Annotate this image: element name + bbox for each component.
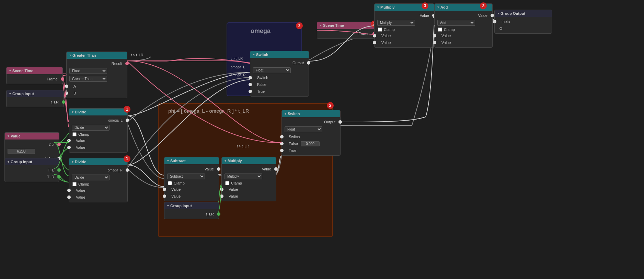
collapse-icon[interactable]: ▾ bbox=[320, 24, 322, 27]
badge-2-phi: 2 bbox=[327, 102, 334, 109]
divide-bottom-clamp-label: Clamp bbox=[78, 182, 89, 186]
subtract-output-socket bbox=[217, 167, 220, 171]
collapse-icon[interactable]: ▾ bbox=[437, 5, 439, 9]
collapse-icon[interactable]: ▾ bbox=[8, 160, 9, 164]
switch-omega-true-socket bbox=[249, 90, 252, 93]
collapse-icon[interactable]: ▾ bbox=[225, 159, 226, 163]
node-add-title: Add bbox=[440, 5, 448, 9]
divide-top-clamp-check[interactable] bbox=[72, 132, 77, 136]
switch-phi-output-label: Output bbox=[324, 120, 335, 124]
multiply-phi-clamp-label: Clamp bbox=[231, 181, 242, 185]
node-divide-top: ▾ Divide omega_L Divide Clamp Value bbox=[69, 108, 128, 153]
collapse-icon[interactable]: ▾ bbox=[377, 5, 379, 9]
node-greater-than-header[interactable]: ▾ Greater Than bbox=[67, 52, 127, 59]
divide-bottom-output-socket bbox=[126, 168, 129, 172]
value-2pi-label: 2 pi bbox=[49, 143, 54, 146]
node-value-header[interactable]: ▾ Value bbox=[5, 133, 59, 140]
node-group-output-header[interactable]: ▾ Group Output bbox=[495, 10, 552, 17]
node-multiply-phi-title: Multiply bbox=[228, 159, 242, 163]
node-scene-time-top: ▾ Scene Time Frame bbox=[317, 22, 375, 39]
greater-than-type-select[interactable]: Float bbox=[69, 68, 107, 74]
node-group-input-bottom-header[interactable]: ▾ Group Input bbox=[5, 158, 59, 165]
node-group-input-top-header[interactable]: ▾ Group Input bbox=[7, 90, 64, 97]
node-greater-than: ▾ Greater Than Result Float Greater Than… bbox=[66, 52, 127, 98]
switch-omega-output-label: Output bbox=[292, 61, 304, 65]
multiply-phi-clamp-check[interactable] bbox=[225, 181, 229, 185]
add-clamp-check[interactable] bbox=[438, 27, 442, 32]
node-multiply-phi-header[interactable]: ▾ Multiply bbox=[222, 157, 276, 164]
switch-phi-type-select[interactable]: Float bbox=[285, 126, 322, 132]
greater-than-b-label: B bbox=[73, 91, 76, 95]
add-val2-label: Value bbox=[441, 41, 451, 45]
add-val1-socket bbox=[433, 34, 436, 37]
switch-omega-type-select[interactable]: Float bbox=[253, 67, 291, 73]
collapse-icon[interactable]: ▾ bbox=[253, 53, 255, 56]
switch-phi-switch-socket bbox=[280, 135, 284, 138]
node-scene-time-left: ▾ Scene Time Frame bbox=[6, 67, 63, 84]
group-input-bottom-tl-label: T_L bbox=[48, 168, 54, 172]
node-scene-time-top-header[interactable]: ▾ Scene Time bbox=[317, 22, 374, 29]
collapse-icon[interactable]: ▾ bbox=[9, 69, 11, 72]
divide-bottom-val1-label: Value bbox=[76, 188, 85, 192]
multiply-top-clamp-check[interactable] bbox=[378, 27, 382, 32]
collapse-icon[interactable]: ▾ bbox=[497, 12, 499, 15]
node-group-input-top: ▾ Group Input t_LR bbox=[6, 90, 64, 107]
divide-top-val2-label: Value bbox=[76, 145, 85, 149]
node-group-output: ▾ Group Output theta bbox=[494, 10, 552, 34]
divide-top-val1-label: Value bbox=[76, 138, 85, 143]
switch-omega-false-label: False bbox=[257, 82, 266, 87]
node-group-input-phi-header[interactable]: ▾ Group Input bbox=[164, 202, 219, 209]
node-scene-time-top-title: Scene Time bbox=[323, 23, 344, 27]
switch-phi-false-label: False bbox=[289, 142, 298, 146]
node-divide-top-header[interactable]: ▾ Divide bbox=[69, 109, 127, 115]
node-divide-bottom-header[interactable]: ▾ Divide bbox=[69, 158, 127, 165]
multiply-phi-op-select[interactable]: Multiply bbox=[225, 174, 262, 179]
collapse-icon[interactable]: ▾ bbox=[167, 159, 169, 163]
value-input[interactable] bbox=[8, 149, 35, 154]
switch-phi-false-value[interactable] bbox=[301, 141, 320, 146]
collapse-icon[interactable]: ▾ bbox=[72, 110, 73, 114]
node-scene-time-left-header[interactable]: ▾ Scene Time bbox=[7, 67, 62, 74]
add-op-select[interactable]: Add bbox=[437, 20, 475, 26]
multiply-top-value-output-label: Value bbox=[420, 13, 429, 18]
greater-than-a-label: A bbox=[73, 84, 76, 88]
node-group-input-bottom-title: Group Input bbox=[11, 160, 32, 164]
collapse-icon[interactable]: ▾ bbox=[69, 54, 71, 57]
switch-phi-switch-label: Switch bbox=[289, 135, 300, 139]
divide-bottom-op-select[interactable]: Divide bbox=[72, 175, 110, 180]
divide-bottom-clamp-check[interactable] bbox=[72, 182, 77, 186]
collapse-icon[interactable]: ▾ bbox=[8, 134, 9, 138]
node-group-input-top-title: Group Input bbox=[12, 92, 34, 96]
group-output-circle-socket bbox=[499, 27, 502, 30]
divide-bottom-val1-socket bbox=[67, 189, 71, 192]
divide-top-op-select[interactable]: Divide bbox=[72, 125, 110, 131]
collapse-icon[interactable]: ▾ bbox=[9, 92, 11, 96]
node-subtract-header[interactable]: ▾ Subtract bbox=[164, 157, 219, 164]
greater-than-a-socket bbox=[65, 85, 68, 88]
node-greater-than-title: Greater Than bbox=[72, 53, 96, 57]
node-switch-phi-header[interactable]: ▾ Switch bbox=[282, 110, 340, 117]
group-output-theta-label: theta bbox=[502, 20, 510, 24]
node-group-input-bottom: ▾ Group Input T_L T_R bbox=[4, 158, 59, 182]
switch-phi-output-socket bbox=[338, 120, 342, 124]
collapse-icon[interactable]: ▾ bbox=[167, 204, 169, 208]
multiply-phi-val1-label: Value bbox=[229, 187, 238, 191]
node-switch-omega-header[interactable]: ▾ Switch bbox=[250, 51, 309, 58]
subtract-clamp-check[interactable] bbox=[168, 181, 172, 185]
switch-omega-output-socket bbox=[307, 61, 310, 65]
node-switch-phi-title: Switch bbox=[288, 112, 300, 116]
greater-than-op-select[interactable]: Greater Than bbox=[69, 76, 107, 82]
subtract-op-select[interactable]: Subtract bbox=[167, 174, 205, 179]
add-output-socket bbox=[491, 14, 494, 17]
subtract-value-output-label: Value bbox=[205, 167, 214, 171]
node-multiply-top-title: Multiply bbox=[380, 5, 395, 9]
node-add: ▾ Add Value Add Clamp Value bbox=[434, 3, 493, 48]
switch-phi-false-socket bbox=[280, 142, 284, 145]
node-switch-omega-title: Switch bbox=[256, 53, 268, 57]
collapse-icon[interactable]: ▾ bbox=[72, 160, 73, 164]
multiply-top-val2-label: Value bbox=[381, 41, 391, 45]
add-clamp-label: Clamp bbox=[444, 27, 455, 32]
node-scene-time-left-title: Scene Time bbox=[12, 69, 33, 73]
collapse-icon[interactable]: ▾ bbox=[285, 112, 286, 115]
multiply-top-op-select[interactable]: Multiply bbox=[377, 20, 415, 26]
